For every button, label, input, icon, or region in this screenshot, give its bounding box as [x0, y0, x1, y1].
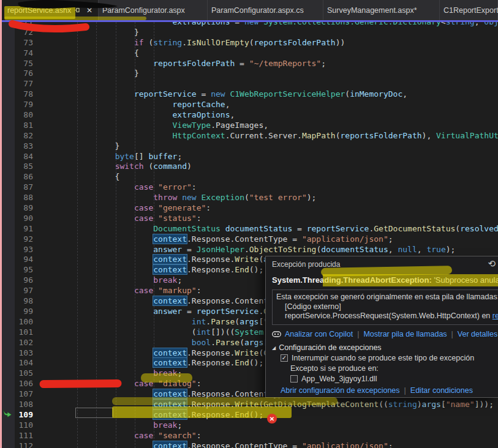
line-number: 93	[2, 245, 40, 255]
edit-conditions-link[interactable]: Editar condiciones	[410, 386, 473, 395]
highlighted-symbol-context: context	[153, 410, 187, 419]
line-number: 104	[2, 358, 40, 368]
line-number: 100	[2, 317, 40, 327]
code-text: context.Response.ContentType = "applicat…	[77, 441, 393, 448]
tab-paramconfigurator-aspx-cs[interactable]: ParamConfigurator.aspx.cs	[208, 0, 323, 20]
line-number: 83	[2, 141, 40, 152]
code-line-76[interactable]: 76 }	[2, 69, 498, 79]
line-number: 99	[2, 307, 40, 317]
close-icon[interactable]: ✕	[85, 6, 94, 15]
code-line-85[interactable]: 85 switch (command)	[2, 162, 498, 172]
code-line-93[interactable]: 93 answer = JsonHelper.ObjectToString(do…	[2, 245, 498, 255]
vs-editor-window: 71 extraOptions = new System.Collections…	[0, 0, 498, 448]
line-number: 96	[2, 275, 40, 286]
copilot-icon	[272, 330, 281, 338]
tab-paramconfigurator-aspx[interactable]: ParamConfigurator.aspx	[99, 0, 208, 20]
code-line-89[interactable]: 89 case "generate":	[2, 203, 498, 214]
popup-action-analizar-con-copilot[interactable]: Analizar con Copilot	[285, 330, 353, 338]
code-line-80[interactable]: 80 extraOptions,	[2, 110, 498, 121]
code-line-90[interactable]: 90 case "status":	[2, 214, 498, 224]
code-line-86[interactable]: 86 {	[2, 172, 498, 182]
line-number: 89	[2, 203, 40, 214]
code-line-112[interactable]: 112 context.Response.ContentType = "appl…	[2, 441, 498, 448]
code-text: context.Response.Write(GetDialogTemplate…	[77, 400, 494, 410]
code-line-78[interactable]: 78 reportService = new C1WebReportServic…	[2, 89, 498, 100]
code-line-72[interactable]: 72 }	[2, 28, 498, 38]
line-number: 87	[2, 182, 40, 193]
code-line-79[interactable]: 79 reportCache,	[2, 100, 498, 110]
stack-trace-box: Esta excepción se generó originalmente e…	[272, 289, 498, 325]
line-number: 80	[2, 110, 40, 121]
break-on-exception-checkbox[interactable]: ✓	[281, 354, 288, 362]
highlighted-symbol-context: context	[153, 358, 187, 367]
code-line-110[interactable]: 110 break;	[2, 420, 498, 431]
line-number: 110	[2, 420, 40, 431]
code-text: case "error":	[77, 182, 197, 193]
pin-icon[interactable]	[72, 6, 82, 15]
code-line-81[interactable]: 81 ViewType.PageImages,	[2, 121, 498, 131]
exception-popup: Excepción producida ⟲ System.Threading.T…	[265, 256, 498, 398]
link-separator: |	[353, 330, 363, 338]
expander-icon[interactable]: ◢	[272, 345, 276, 351]
error-x-icon[interactable]: ✕	[267, 414, 277, 424]
line-number: 103	[2, 348, 40, 359]
highlighted-symbol-context: context	[153, 389, 187, 398]
code-line-92[interactable]: 92 context.Response.ContentType = "appli…	[2, 234, 498, 245]
stack-frame: reportService.ProcessRequest(System.Web.…	[276, 312, 494, 321]
except-when-label: Excepto si se produce en:	[290, 364, 379, 373]
highlighted-symbol-context: context	[153, 255, 187, 264]
window-left-border	[0, 0, 2, 448]
stack-external-code: [Código externo]	[276, 302, 494, 312]
break-on-exception-label: Interrumpir cuando se produce este tipo …	[292, 354, 474, 362]
line-number: 88	[2, 193, 40, 203]
code-line-83[interactable]: 83 }	[2, 141, 498, 152]
exception-type-2: ing.ThreadAbortException:	[329, 275, 432, 285]
module-exclude-checkbox[interactable]	[290, 375, 298, 383]
line-number: 106	[2, 379, 40, 389]
code-line-82[interactable]: 82 HttpContext.Current.Server.MapPath(re…	[2, 131, 498, 141]
highlighted-symbol-context: context	[153, 348, 187, 357]
code-text: break;	[77, 275, 182, 286]
tab-surveymanagement-aspx-[interactable]: SurveyManagement.aspx*	[323, 0, 440, 20]
line-number: 85	[2, 162, 40, 172]
line-number: 75	[2, 59, 40, 69]
exception-config-header[interactable]: ◢Configuración de excepciones	[272, 343, 493, 352]
code-text: }	[77, 28, 139, 38]
exception-type-line: System.Threading.ThreadAbortException: '…	[272, 275, 493, 285]
exception-settings-icon[interactable]: ⟲	[488, 258, 496, 269]
code-line-91[interactable]: 91 DocumentStatus documentStatus = repor…	[2, 224, 498, 234]
popup-action-row: Analizar con Copilot|Mostrar pila de lla…	[272, 330, 493, 338]
code-line-111[interactable]: 111 case "search":	[2, 431, 498, 441]
exception-message: 'Subproceso anulado.'	[432, 275, 498, 285]
line-number: 102	[2, 338, 40, 348]
line-number: 97	[2, 286, 40, 296]
line-number: 79	[2, 100, 40, 110]
line-number: 78	[2, 89, 40, 100]
code-line-73[interactable]: 73 if (string.IsNullOrEmpty(reportsFolde…	[2, 38, 498, 48]
code-line-88[interactable]: 88 throw new Exception("test error");	[2, 193, 498, 203]
line-number: 105	[2, 368, 40, 379]
tab-reportservice-ashx[interactable]: reportService.ashx ✕	[0, 0, 99, 20]
link-separator: |	[447, 330, 458, 338]
code-line-84[interactable]: 84 byte[] buffer;	[2, 152, 498, 162]
popup-action-ver-detalles[interactable]: Ver detalles	[458, 330, 497, 338]
code-text: extraOptions,	[77, 110, 235, 121]
code-text: reportsFolderPath = "~/tempReports";	[77, 59, 326, 69]
code-line-77[interactable]: 77	[2, 79, 498, 89]
tab-label: reportService.ashx	[4, 6, 72, 15]
code-line-75[interactable]: 75 reportsFolderPath = "~/tempReports";	[2, 59, 498, 69]
code-line-87[interactable]: 87 case "error":	[2, 182, 498, 193]
code-text: case "search":	[77, 431, 202, 441]
code-text: {	[77, 48, 139, 59]
tab-c1reportexport-[interactable]: C1ReportExport...	[440, 0, 498, 20]
code-line-74[interactable]: 74 {	[2, 48, 498, 59]
code-text: HttpContext.Current.Server.MapPath(repor…	[77, 131, 498, 141]
code-text: switch (command)	[77, 162, 192, 172]
line-number: 101	[2, 327, 40, 338]
code-text: reportCache,	[77, 100, 230, 110]
stack-frame-link[interactable]: reportSe	[492, 312, 498, 320]
line-number: 72	[2, 28, 40, 38]
open-exception-settings-link[interactable]: Abrir configuración de excepciones	[281, 386, 400, 395]
current-statement-box	[75, 408, 113, 418]
popup-action-mostrar-pila-de-llamadas[interactable]: Mostrar pila de llamadas	[363, 330, 447, 338]
